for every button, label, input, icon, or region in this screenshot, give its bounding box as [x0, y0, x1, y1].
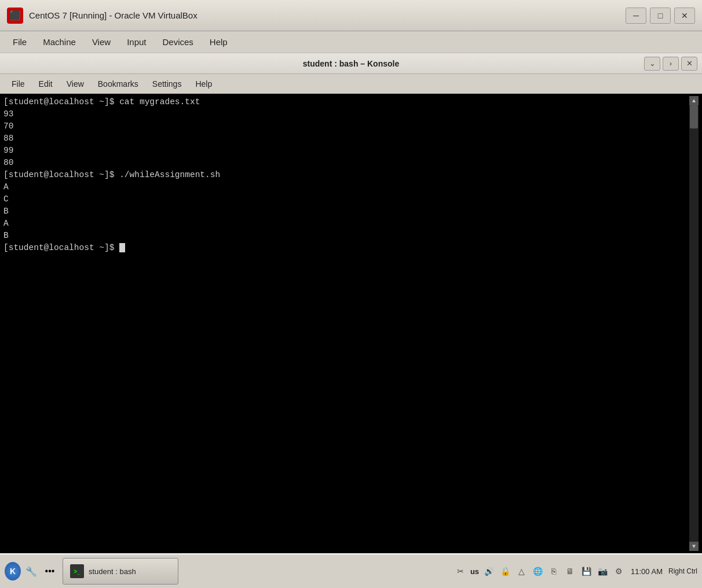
konsole-scroll-btn2[interactable]: › — [663, 57, 679, 71]
vbox-menu-view[interactable]: View — [84, 35, 119, 49]
vbox-menu-help[interactable]: Help — [202, 35, 236, 49]
scrollbar-thumb[interactable] — [690, 105, 698, 128]
terminal-content: [student@localhost ~]$ cat mygrades.txt … — [3, 96, 689, 551]
konsole-menu-file[interactable]: File — [5, 78, 32, 90]
vbox-title: CentOS 7 [Running] - Oracle VM VirtualBo… — [29, 10, 626, 20]
taskbar-konsole-icon: >_ — [70, 564, 84, 578]
konsole-titlebar: student : bash – Konsole ⌄ › ✕ — [0, 53, 702, 74]
konsole-menu-view[interactable]: View — [60, 78, 91, 90]
vbox-minimize-button[interactable]: ─ — [626, 8, 646, 24]
konsole-container: student : bash – Konsole ⌄ › ✕ File Edit… — [0, 53, 702, 553]
kde-logo-icon[interactable]: K — [5, 562, 21, 580]
taskbar-kde-icon[interactable]: K — [5, 563, 21, 579]
tray-lang-label: us — [470, 567, 479, 576]
taskbar-konsole-button[interactable]: >_ student : bash — [63, 558, 178, 585]
virtualbox-window: ⬛ CentOS 7 [Running] - Oracle VM Virtual… — [0, 0, 702, 588]
scrollbar-track[interactable] — [689, 105, 699, 542]
tray-right-ctrl-label: Right Ctrl — [668, 567, 697, 575]
tray-arrow-icon[interactable]: △ — [515, 565, 528, 578]
konsole-menu-help[interactable]: Help — [188, 78, 219, 90]
terminal-scrollbar[interactable]: ▲ ▼ — [689, 96, 699, 551]
vbox-maximize-button[interactable]: □ — [650, 8, 671, 24]
vbox-menu-file[interactable]: File — [5, 35, 35, 49]
konsole-titlebar-controls: ⌄ › ✕ — [644, 57, 697, 71]
vbox-close-button[interactable]: ✕ — [674, 8, 695, 24]
taskbar-left-icons: K 🔧 ••• — [5, 563, 58, 579]
vbox-window-controls: ─ □ ✕ — [626, 8, 695, 24]
tray-hdd-icon[interactable]: 💾 — [580, 565, 593, 578]
konsole-title: student : bash – Konsole — [303, 59, 399, 68]
vbox-menu-machine[interactable]: Machine — [35, 35, 84, 49]
tray-monitor-icon[interactable]: 🖥 — [564, 565, 576, 578]
konsole-close-button[interactable]: ✕ — [681, 57, 697, 71]
system-tray: ✂ us 🔊 🔒 △ 🌐 ⎘ 🖥 💾 📷 ⚙ 11:00 AM Right Ct… — [454, 565, 697, 578]
vbox-app-icon: ⬛ — [7, 8, 23, 24]
tray-volume-icon[interactable]: 🔊 — [482, 565, 495, 578]
taskbar: K 🔧 ••• >_ student : bash ✂ us 🔊 🔒 △ 🌐 ⎘… — [0, 553, 702, 588]
tray-lock-icon[interactable]: 🔒 — [499, 565, 511, 578]
tray-time-display: 11:00 AM — [631, 567, 663, 576]
scrollbar-up-button[interactable]: ▲ — [689, 96, 699, 105]
vbox-titlebar: ⬛ CentOS 7 [Running] - Oracle VM Virtual… — [0, 0, 702, 31]
vbox-menu-devices[interactable]: Devices — [155, 35, 202, 49]
tray-camera-icon[interactable]: 📷 — [596, 565, 609, 578]
konsole-menu-edit[interactable]: Edit — [32, 78, 60, 90]
konsole-scroll-btn1[interactable]: ⌄ — [644, 57, 660, 71]
taskbar-konsole-label: student : bash — [89, 567, 136, 576]
konsole-menu-bookmarks[interactable]: Bookmarks — [91, 78, 145, 90]
scrollbar-down-button[interactable]: ▼ — [689, 542, 699, 551]
taskbar-icon-2[interactable]: ••• — [42, 563, 58, 579]
terminal-area[interactable]: [student@localhost ~]$ cat mygrades.txt … — [0, 94, 702, 553]
tray-icons: ✂ us 🔊 🔒 △ 🌐 ⎘ 🖥 💾 📷 ⚙ — [454, 565, 625, 578]
tray-network-icon[interactable]: 🌐 — [531, 565, 544, 578]
vbox-menu-input[interactable]: Input — [119, 35, 154, 49]
vbox-menubar: File Machine View Input Devices Help — [0, 31, 702, 53]
konsole-menu-settings[interactable]: Settings — [145, 78, 189, 90]
konsole-menubar: File Edit View Bookmarks Settings Help — [0, 74, 702, 94]
tray-usb-icon[interactable]: ⎘ — [547, 565, 560, 578]
tray-extra-icon[interactable]: ⚙ — [612, 565, 625, 578]
taskbar-icon-1[interactable]: 🔧 — [23, 563, 39, 579]
tray-scissors-icon[interactable]: ✂ — [454, 565, 467, 578]
